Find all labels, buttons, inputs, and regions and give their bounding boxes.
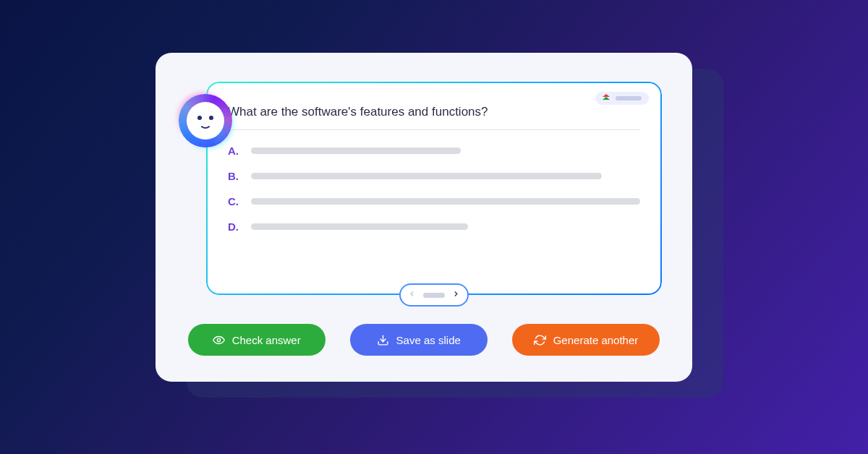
question-panel: What are the software's features and fun… [206,82,662,295]
badge-placeholder-text [616,96,642,100]
check-answer-button[interactable]: Check answer [188,324,326,356]
pagination [399,283,469,307]
option-label: B. [228,170,241,182]
option-text-placeholder [251,173,602,179]
save-as-slide-button[interactable]: Save as slide [350,324,488,356]
difficulty-badge[interactable] [595,92,649,105]
pyramid-icon [603,94,610,103]
option-text-placeholder [251,198,640,205]
options-list: A. B. C. D. [228,130,640,233]
option-label: C. [228,195,241,207]
button-label: Generate another [553,334,639,346]
option-c[interactable]: C. [228,195,640,207]
option-text-placeholder [251,223,468,230]
avatar-eye-left [197,116,202,120]
svg-point-0 [217,338,220,341]
chevron-right-icon[interactable] [451,290,461,300]
refresh-icon [534,334,546,346]
download-icon [377,334,389,346]
main-card: What are the software's features and fun… [156,53,692,382]
option-text-placeholder [251,147,461,154]
chevron-left-icon[interactable] [407,290,417,300]
avatar-face [187,102,224,140]
eye-icon [213,334,225,346]
question-text: What are the software's features and fun… [228,100,640,130]
option-b[interactable]: B. [228,170,640,182]
option-d[interactable]: D. [228,220,640,233]
avatar-smile [199,121,212,129]
button-label: Save as slide [396,334,461,346]
generate-another-button[interactable]: Generate another [512,324,660,356]
option-a[interactable]: A. [228,145,640,157]
avatar [179,94,232,147]
avatar-eye-right [209,116,213,120]
button-label: Check answer [232,334,301,346]
option-label: D. [228,220,241,233]
page-indicator [423,293,445,298]
action-buttons: Check answer Save as slide Generate anot… [156,324,692,356]
